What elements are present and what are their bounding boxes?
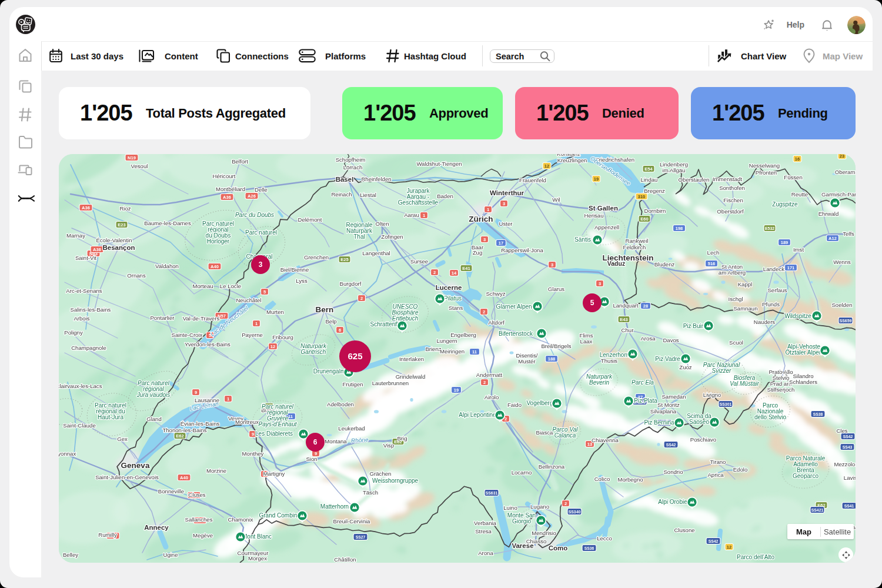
svg-text:Ischgl: Ischgl xyxy=(728,296,743,302)
svg-text:Champagnole: Champagnole xyxy=(71,345,106,351)
svg-text:N19: N19 xyxy=(128,155,136,161)
svg-text:Täsch: Täsch xyxy=(363,489,378,496)
svg-text:Aprica: Aprica xyxy=(707,472,724,478)
svg-text:Murten: Murten xyxy=(266,309,284,315)
svg-text:Arbois: Arbois xyxy=(74,315,89,322)
svg-text:Cluses: Cluses xyxy=(188,492,206,498)
svg-text:dello Stelvio: dello Stelvio xyxy=(754,414,786,420)
svg-text:Piz Bernina: Piz Bernina xyxy=(644,419,674,426)
svg-text:Fischen: Fischen xyxy=(723,197,743,203)
svg-text:Gland: Gland xyxy=(146,416,162,422)
svg-text:Silvaplana: Silvaplana xyxy=(650,408,677,415)
svg-text:Nesselwang: Nesselwang xyxy=(749,162,780,169)
svg-text:310: 310 xyxy=(638,194,646,199)
svg-text:Montreux: Montreux xyxy=(235,419,259,425)
svg-text:Reinach: Reinach xyxy=(331,191,352,198)
svg-text:A36: A36 xyxy=(93,247,101,252)
svg-text:Saint-Vit: Saint-Vit xyxy=(75,255,96,261)
svg-text:Vaduz: Vaduz xyxy=(607,260,625,267)
svg-text:Grindelwald: Grindelwald xyxy=(396,373,426,380)
svg-text:Meiringen: Meiringen xyxy=(440,348,465,355)
svg-text:St Moritz: St Moritz xyxy=(657,402,680,408)
svg-text:A40: A40 xyxy=(180,475,188,480)
svg-text:Chamonix: Chamonix xyxy=(228,516,253,523)
svg-text:Säntis: Säntis xyxy=(574,236,591,243)
svg-text:E23: E23 xyxy=(118,222,125,228)
svg-text:Livigno: Livigno xyxy=(703,392,721,398)
svg-text:Serfaus: Serfaus xyxy=(767,287,787,293)
svg-text:Wildspitze: Wildspitze xyxy=(784,313,811,319)
svg-text:Soelden: Soelden xyxy=(831,302,852,308)
svg-text:Morbegno: Morbegno xyxy=(617,476,643,483)
svg-text:Bern: Bern xyxy=(316,305,334,314)
svg-text:Nauders: Nauders xyxy=(754,319,775,325)
svg-text:Airolo: Airolo xyxy=(485,394,499,400)
svg-text:Belp: Belp xyxy=(325,318,336,325)
svg-text:Biasca: Biasca xyxy=(536,429,553,436)
svg-text:19: 19 xyxy=(594,176,599,182)
svg-text:Luino: Luino xyxy=(503,505,517,511)
svg-text:Évian-les-Bains: Évian-les-Bains xyxy=(181,420,220,427)
svg-text:St Gallen: St Gallen xyxy=(589,205,618,212)
svg-text:SS42: SS42 xyxy=(843,435,853,439)
svg-text:1: 1 xyxy=(255,321,258,326)
svg-text:3: 3 xyxy=(483,237,486,242)
svg-text:Frauenfeld: Frauenfeld xyxy=(519,177,546,183)
svg-text:Zug: Zug xyxy=(473,249,483,256)
svg-text:Annecy: Annecy xyxy=(144,524,169,531)
svg-text:E43: E43 xyxy=(620,317,627,322)
svg-text:Lech: Lech xyxy=(707,249,720,256)
svg-text:Giorgio: Giorgio xyxy=(512,518,532,524)
svg-text:Thonon-les-Bains: Thonon-les-Bains xyxy=(162,427,206,433)
svg-text:Rankweil: Rankweil xyxy=(626,238,649,244)
svg-text:Vogelberg: Vogelberg xyxy=(526,400,553,406)
svg-text:Füssen: Füssen xyxy=(784,174,802,181)
svg-text:Chiasso: Chiasso xyxy=(526,538,547,544)
svg-text:E54: E54 xyxy=(644,166,653,172)
svg-text:Gantrisch: Gantrisch xyxy=(301,349,326,355)
svg-text:Wil: Wil xyxy=(552,196,560,203)
svg-text:Baden: Baden xyxy=(437,193,453,199)
svg-text:Uster: Uster xyxy=(499,220,513,227)
svg-text:Morteau: Morteau xyxy=(192,283,213,289)
svg-text:Neuchâtel: Neuchâtel xyxy=(236,297,261,303)
svg-text:Waldshut-Tiengen: Waldshut-Tiengen xyxy=(416,161,462,167)
svg-text:Oberstdorf: Oberstdorf xyxy=(717,208,744,215)
svg-text:Schwyz: Schwyz xyxy=(486,290,505,297)
svg-text:Rhône: Rhône xyxy=(351,436,369,444)
svg-text:Besançon: Besançon xyxy=(103,244,135,251)
svg-text:Sainte-Croix: Sainte-Croix xyxy=(172,332,203,338)
svg-text:Feldkirch: Feldkirch xyxy=(623,244,646,250)
svg-text:Fribourg: Fribourg xyxy=(272,334,293,340)
svg-text:École-Valentin: École-Valentin xyxy=(96,237,132,243)
svg-text:Samedan: Samedan xyxy=(662,393,686,400)
svg-text:A36: A36 xyxy=(223,195,231,200)
svg-text:Svizzer: Svizzer xyxy=(712,368,731,374)
svg-text:16: 16 xyxy=(795,156,800,162)
svg-text:Parc Ela: Parc Ela xyxy=(632,379,654,386)
svg-text:188: 188 xyxy=(548,356,556,362)
svg-text:198: 198 xyxy=(676,226,683,231)
svg-text:Lörrach: Lörrach xyxy=(343,164,363,171)
svg-text:Oyonnax: Oyonnax xyxy=(59,450,76,457)
svg-text:Schopfheim: Schopfheim xyxy=(336,156,366,163)
svg-text:Thal: Thal xyxy=(353,233,365,240)
svg-text:Rapperswil-Jona: Rapperswil-Jona xyxy=(501,247,543,253)
svg-text:Marnay: Marnay xyxy=(66,232,85,239)
svg-text:Visp: Visp xyxy=(383,442,395,449)
svg-text:Beverin: Beverin xyxy=(589,379,609,386)
svg-text:625: 625 xyxy=(348,351,362,361)
svg-text:Lindau: Lindau xyxy=(641,176,658,183)
svg-text:Langenthal: Langenthal xyxy=(362,250,390,256)
svg-text:Zürich: Zürich xyxy=(469,215,493,223)
svg-text:Como: Como xyxy=(549,544,568,552)
svg-text:3: 3 xyxy=(259,260,263,269)
svg-text:Sion: Sion xyxy=(306,456,317,462)
svg-text:SS631: SS631 xyxy=(486,491,498,495)
svg-text:2: 2 xyxy=(483,380,486,385)
svg-text:Chur: Chur xyxy=(622,327,634,333)
svg-text:Kreuzlingen: Kreuzlingen xyxy=(557,157,587,163)
svg-text:Montana: Montana xyxy=(325,438,347,445)
svg-text:Arona: Arona xyxy=(478,550,493,556)
svg-text:1: 1 xyxy=(487,207,489,212)
